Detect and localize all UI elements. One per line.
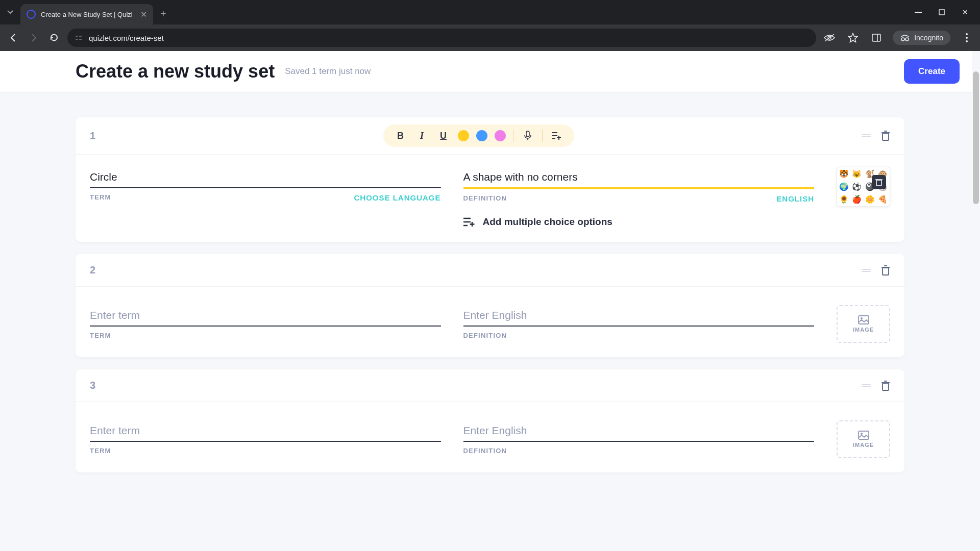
- panel-icon[interactable]: [869, 31, 884, 45]
- create-button[interactable]: Create: [904, 59, 960, 84]
- bookmark-star-icon[interactable]: [846, 31, 860, 45]
- svg-rect-0: [915, 12, 922, 13]
- add-item-icon[interactable]: [550, 129, 564, 143]
- maximize-button[interactable]: [937, 8, 946, 17]
- card-number: 2: [90, 264, 95, 276]
- choose-language-link[interactable]: CHOOSE LANGUAGE: [354, 193, 440, 202]
- card-header: 3: [76, 369, 904, 402]
- card-header: 1 B I U: [76, 117, 904, 155]
- incognito-badge[interactable]: Incognito: [893, 31, 950, 45]
- minimize-button[interactable]: [914, 8, 923, 17]
- browser-tab[interactable]: Create a New Study Set | Quizl ✕: [20, 4, 153, 24]
- url-text: quizlet.com/create-set: [89, 34, 809, 42]
- tab-close-icon[interactable]: ✕: [140, 10, 147, 19]
- svg-point-10: [901, 38, 904, 41]
- image-icon: [858, 315, 869, 324]
- scrollbar[interactable]: [972, 51, 980, 551]
- definition-input[interactable]: [463, 305, 815, 327]
- card-body: TERM DEFINITION IMAGE: [76, 402, 904, 472]
- svg-point-15: [966, 40, 968, 42]
- favicon-icon: [27, 10, 36, 19]
- delete-card-button[interactable]: [881, 381, 890, 391]
- new-tab-button[interactable]: +: [160, 8, 166, 20]
- definition-label: DEFINITION: [463, 447, 507, 455]
- list-plus-icon: [463, 217, 475, 227]
- term-card: 1 B I U: [76, 117, 904, 242]
- site-settings-icon[interactable]: [75, 34, 83, 42]
- italic-button[interactable]: I: [415, 129, 429, 143]
- svg-rect-31: [876, 180, 881, 186]
- back-button[interactable]: [6, 31, 20, 45]
- add-image-button[interactable]: IMAGE: [837, 305, 890, 343]
- definition-input[interactable]: [463, 420, 815, 442]
- mc-label: Add multiple choice options: [483, 216, 612, 228]
- svg-rect-36: [859, 316, 869, 324]
- image-icon: [858, 431, 869, 440]
- window-controls: ✕: [914, 8, 976, 17]
- svg-rect-33: [883, 268, 889, 275]
- card-number: 1: [90, 130, 95, 142]
- underline-button[interactable]: U: [436, 129, 451, 143]
- card-number: 3: [90, 380, 95, 391]
- page-content: Create a new study set Saved 1 term just…: [0, 51, 980, 551]
- term-label: TERM: [90, 447, 111, 455]
- image-label: IMAGE: [853, 327, 874, 333]
- highlight-pink-button[interactable]: [495, 130, 506, 141]
- svg-point-37: [861, 317, 863, 319]
- drag-handle-icon[interactable]: [862, 134, 871, 137]
- extensions-eye-icon[interactable]: [822, 31, 837, 45]
- term-input[interactable]: [90, 420, 441, 442]
- svg-point-42: [861, 433, 863, 435]
- tab-search-dropdown[interactable]: [4, 6, 16, 18]
- rich-text-toolbar: B I U: [383, 124, 574, 147]
- card-header: 2: [76, 254, 904, 287]
- scrollbar-thumb[interactable]: [973, 71, 979, 204]
- definition-label: DEFINITION: [463, 332, 507, 339]
- page-header: Create a new study set Saved 1 term just…: [0, 51, 980, 92]
- definition-input[interactable]: [463, 167, 815, 189]
- toolbar-separator: [542, 130, 543, 142]
- term-card: 3 TERM DEFINITION: [76, 369, 904, 472]
- address-bar[interactable]: quizlet.com/create-set: [67, 29, 816, 47]
- incognito-icon: [900, 34, 910, 41]
- svg-point-14: [966, 37, 968, 39]
- svg-point-13: [966, 33, 968, 35]
- svg-rect-16: [526, 131, 529, 137]
- svg-rect-41: [859, 431, 869, 439]
- drag-handle-icon[interactable]: [862, 269, 871, 272]
- browser-menu-icon[interactable]: [960, 31, 974, 45]
- drag-handle-icon[interactable]: [862, 384, 871, 387]
- bold-button[interactable]: B: [394, 129, 408, 143]
- browser-tab-strip: Create a New Study Set | Quizl ✕ + ✕: [0, 0, 980, 24]
- reload-button[interactable]: [47, 31, 61, 45]
- svg-rect-8: [872, 34, 880, 41]
- term-input[interactable]: [90, 167, 441, 188]
- forward-button[interactable]: [27, 31, 41, 45]
- page-title: Create a new study set: [76, 61, 275, 82]
- definition-language-link[interactable]: ENGLISH: [776, 194, 814, 203]
- svg-rect-38: [883, 383, 889, 390]
- term-label: TERM: [90, 193, 111, 202]
- delete-card-button[interactable]: [881, 265, 890, 276]
- microphone-icon[interactable]: [521, 129, 535, 143]
- card-body: TERM DEFINITION IMAGE: [76, 287, 904, 357]
- definition-label: DEFINITION: [463, 194, 507, 203]
- add-image-button[interactable]: IMAGE: [837, 420, 890, 458]
- svg-rect-23: [883, 133, 889, 140]
- svg-rect-2: [76, 36, 78, 37]
- highlight-yellow-button[interactable]: [458, 130, 469, 141]
- remove-image-button[interactable]: [872, 175, 886, 189]
- term-card: 2 TERM DEFINITION: [76, 254, 904, 357]
- add-multiple-choice-button[interactable]: Add multiple choice options: [463, 216, 815, 228]
- svg-rect-4: [76, 39, 78, 40]
- save-status: Saved 1 term just now: [285, 66, 371, 77]
- close-window-button[interactable]: ✕: [961, 8, 970, 17]
- toolbar-separator: [513, 130, 513, 142]
- highlight-blue-button[interactable]: [476, 130, 487, 141]
- svg-rect-1: [939, 10, 944, 15]
- term-label: TERM: [90, 332, 111, 339]
- term-input[interactable]: [90, 305, 441, 327]
- delete-card-button[interactable]: [881, 131, 890, 141]
- tab-title: Create a New Study Set | Quizl: [41, 11, 135, 18]
- incognito-label: Incognito: [914, 34, 943, 42]
